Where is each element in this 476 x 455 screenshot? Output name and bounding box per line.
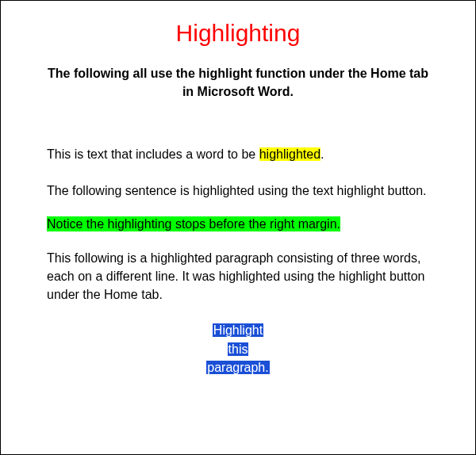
highlighted-sentence-green: Notice the highlighting stops before the… (47, 216, 340, 231)
page-title: Highlighting (47, 20, 429, 47)
highlighted-word-blue-2: this (228, 342, 249, 356)
highlighted-word-blue-3: paragraph. (206, 361, 269, 374)
green-highlight-block: Notice the highlighting stops before the… (47, 217, 429, 231)
paragraph-blue-intro: This following is a highlighted paragrap… (47, 249, 429, 304)
highlighted-word-yellow: highlighted (259, 147, 321, 161)
blue-highlight-paragraph: Highlight this paragraph. (47, 321, 429, 377)
page-subtitle: The following all use the highlight func… (47, 64, 429, 101)
text-before-highlight: This is text that includes a word to be (47, 147, 259, 161)
document-page: Highlighting The following all use the h… (0, 0, 476, 455)
paragraph-yellow-example: This is text that includes a word to be … (47, 145, 429, 163)
highlighted-word-blue-1: Highlight (213, 323, 263, 337)
text-after-highlight: . (321, 147, 324, 161)
paragraph-green-intro: The following sentence is highlighted us… (47, 182, 429, 200)
